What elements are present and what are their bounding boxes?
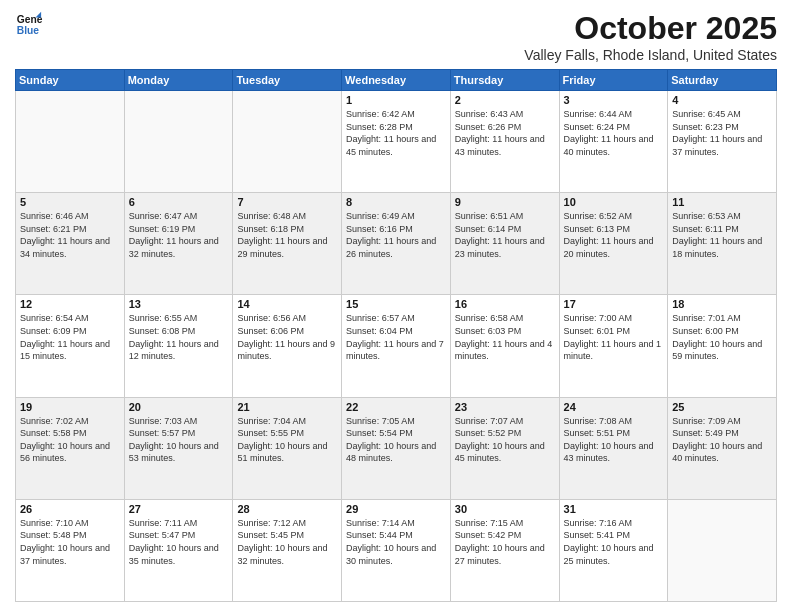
day-number: 25 bbox=[672, 401, 772, 413]
day-number: 4 bbox=[672, 94, 772, 106]
table-row: 31Sunrise: 7:16 AMSunset: 5:41 PMDayligh… bbox=[559, 499, 668, 601]
day-number: 29 bbox=[346, 503, 446, 515]
day-number: 13 bbox=[129, 298, 229, 310]
table-row: 11Sunrise: 6:53 AMSunset: 6:11 PMDayligh… bbox=[668, 193, 777, 295]
day-info: Sunrise: 6:45 AMSunset: 6:23 PMDaylight:… bbox=[672, 108, 772, 158]
day-number: 30 bbox=[455, 503, 555, 515]
col-wednesday: Wednesday bbox=[342, 70, 451, 91]
day-info: Sunrise: 6:57 AMSunset: 6:04 PMDaylight:… bbox=[346, 312, 446, 362]
day-info: Sunrise: 7:09 AMSunset: 5:49 PMDaylight:… bbox=[672, 415, 772, 465]
day-info: Sunrise: 7:07 AMSunset: 5:52 PMDaylight:… bbox=[455, 415, 555, 465]
day-info: Sunrise: 7:11 AMSunset: 5:47 PMDaylight:… bbox=[129, 517, 229, 567]
table-row bbox=[233, 91, 342, 193]
day-info: Sunrise: 6:51 AMSunset: 6:14 PMDaylight:… bbox=[455, 210, 555, 260]
table-row: 22Sunrise: 7:05 AMSunset: 5:54 PMDayligh… bbox=[342, 397, 451, 499]
day-number: 28 bbox=[237, 503, 337, 515]
calendar-week-row: 26Sunrise: 7:10 AMSunset: 5:48 PMDayligh… bbox=[16, 499, 777, 601]
table-row bbox=[16, 91, 125, 193]
calendar-header-row: Sunday Monday Tuesday Wednesday Thursday… bbox=[16, 70, 777, 91]
day-info: Sunrise: 7:04 AMSunset: 5:55 PMDaylight:… bbox=[237, 415, 337, 465]
col-friday: Friday bbox=[559, 70, 668, 91]
day-number: 10 bbox=[564, 196, 664, 208]
table-row: 23Sunrise: 7:07 AMSunset: 5:52 PMDayligh… bbox=[450, 397, 559, 499]
col-sunday: Sunday bbox=[16, 70, 125, 91]
col-saturday: Saturday bbox=[668, 70, 777, 91]
table-row: 10Sunrise: 6:52 AMSunset: 6:13 PMDayligh… bbox=[559, 193, 668, 295]
day-number: 3 bbox=[564, 94, 664, 106]
logo: General Blue bbox=[15, 10, 43, 38]
col-thursday: Thursday bbox=[450, 70, 559, 91]
day-number: 24 bbox=[564, 401, 664, 413]
day-info: Sunrise: 6:49 AMSunset: 6:16 PMDaylight:… bbox=[346, 210, 446, 260]
table-row: 29Sunrise: 7:14 AMSunset: 5:44 PMDayligh… bbox=[342, 499, 451, 601]
day-number: 23 bbox=[455, 401, 555, 413]
table-row: 27Sunrise: 7:11 AMSunset: 5:47 PMDayligh… bbox=[124, 499, 233, 601]
day-number: 26 bbox=[20, 503, 120, 515]
table-row: 5Sunrise: 6:46 AMSunset: 6:21 PMDaylight… bbox=[16, 193, 125, 295]
day-info: Sunrise: 6:56 AMSunset: 6:06 PMDaylight:… bbox=[237, 312, 337, 362]
day-info: Sunrise: 6:52 AMSunset: 6:13 PMDaylight:… bbox=[564, 210, 664, 260]
table-row: 12Sunrise: 6:54 AMSunset: 6:09 PMDayligh… bbox=[16, 295, 125, 397]
day-number: 14 bbox=[237, 298, 337, 310]
day-info: Sunrise: 7:00 AMSunset: 6:01 PMDaylight:… bbox=[564, 312, 664, 362]
table-row: 25Sunrise: 7:09 AMSunset: 5:49 PMDayligh… bbox=[668, 397, 777, 499]
day-number: 8 bbox=[346, 196, 446, 208]
table-row: 13Sunrise: 6:55 AMSunset: 6:08 PMDayligh… bbox=[124, 295, 233, 397]
calendar-week-row: 1Sunrise: 6:42 AMSunset: 6:28 PMDaylight… bbox=[16, 91, 777, 193]
day-number: 11 bbox=[672, 196, 772, 208]
day-number: 22 bbox=[346, 401, 446, 413]
day-info: Sunrise: 7:12 AMSunset: 5:45 PMDaylight:… bbox=[237, 517, 337, 567]
page: General Blue October 2025 Valley Falls, … bbox=[0, 0, 792, 612]
day-number: 18 bbox=[672, 298, 772, 310]
day-info: Sunrise: 7:08 AMSunset: 5:51 PMDaylight:… bbox=[564, 415, 664, 465]
day-info: Sunrise: 6:58 AMSunset: 6:03 PMDaylight:… bbox=[455, 312, 555, 362]
day-number: 9 bbox=[455, 196, 555, 208]
location: Valley Falls, Rhode Island, United State… bbox=[524, 47, 777, 63]
day-info: Sunrise: 6:53 AMSunset: 6:11 PMDaylight:… bbox=[672, 210, 772, 260]
table-row: 9Sunrise: 6:51 AMSunset: 6:14 PMDaylight… bbox=[450, 193, 559, 295]
svg-text:Blue: Blue bbox=[17, 25, 40, 36]
day-number: 20 bbox=[129, 401, 229, 413]
day-number: 7 bbox=[237, 196, 337, 208]
table-row bbox=[124, 91, 233, 193]
table-row: 24Sunrise: 7:08 AMSunset: 5:51 PMDayligh… bbox=[559, 397, 668, 499]
table-row: 26Sunrise: 7:10 AMSunset: 5:48 PMDayligh… bbox=[16, 499, 125, 601]
table-row: 3Sunrise: 6:44 AMSunset: 6:24 PMDaylight… bbox=[559, 91, 668, 193]
day-info: Sunrise: 7:10 AMSunset: 5:48 PMDaylight:… bbox=[20, 517, 120, 567]
table-row: 17Sunrise: 7:00 AMSunset: 6:01 PMDayligh… bbox=[559, 295, 668, 397]
table-row bbox=[668, 499, 777, 601]
day-number: 16 bbox=[455, 298, 555, 310]
table-row: 16Sunrise: 6:58 AMSunset: 6:03 PMDayligh… bbox=[450, 295, 559, 397]
table-row: 7Sunrise: 6:48 AMSunset: 6:18 PMDaylight… bbox=[233, 193, 342, 295]
table-row: 15Sunrise: 6:57 AMSunset: 6:04 PMDayligh… bbox=[342, 295, 451, 397]
header: General Blue October 2025 Valley Falls, … bbox=[15, 10, 777, 63]
col-monday: Monday bbox=[124, 70, 233, 91]
month-title: October 2025 bbox=[524, 10, 777, 47]
day-number: 27 bbox=[129, 503, 229, 515]
table-row: 6Sunrise: 6:47 AMSunset: 6:19 PMDaylight… bbox=[124, 193, 233, 295]
day-info: Sunrise: 7:05 AMSunset: 5:54 PMDaylight:… bbox=[346, 415, 446, 465]
table-row: 2Sunrise: 6:43 AMSunset: 6:26 PMDaylight… bbox=[450, 91, 559, 193]
day-info: Sunrise: 7:14 AMSunset: 5:44 PMDaylight:… bbox=[346, 517, 446, 567]
logo-icon: General Blue bbox=[15, 10, 43, 38]
day-info: Sunrise: 7:01 AMSunset: 6:00 PMDaylight:… bbox=[672, 312, 772, 362]
day-number: 1 bbox=[346, 94, 446, 106]
day-info: Sunrise: 6:46 AMSunset: 6:21 PMDaylight:… bbox=[20, 210, 120, 260]
day-info: Sunrise: 6:44 AMSunset: 6:24 PMDaylight:… bbox=[564, 108, 664, 158]
table-row: 1Sunrise: 6:42 AMSunset: 6:28 PMDaylight… bbox=[342, 91, 451, 193]
table-row: 19Sunrise: 7:02 AMSunset: 5:58 PMDayligh… bbox=[16, 397, 125, 499]
table-row: 14Sunrise: 6:56 AMSunset: 6:06 PMDayligh… bbox=[233, 295, 342, 397]
table-row: 18Sunrise: 7:01 AMSunset: 6:00 PMDayligh… bbox=[668, 295, 777, 397]
day-info: Sunrise: 7:03 AMSunset: 5:57 PMDaylight:… bbox=[129, 415, 229, 465]
day-info: Sunrise: 6:54 AMSunset: 6:09 PMDaylight:… bbox=[20, 312, 120, 362]
title-block: October 2025 Valley Falls, Rhode Island,… bbox=[524, 10, 777, 63]
day-info: Sunrise: 7:16 AMSunset: 5:41 PMDaylight:… bbox=[564, 517, 664, 567]
day-info: Sunrise: 6:48 AMSunset: 6:18 PMDaylight:… bbox=[237, 210, 337, 260]
table-row: 28Sunrise: 7:12 AMSunset: 5:45 PMDayligh… bbox=[233, 499, 342, 601]
day-info: Sunrise: 6:47 AMSunset: 6:19 PMDaylight:… bbox=[129, 210, 229, 260]
day-number: 21 bbox=[237, 401, 337, 413]
table-row: 21Sunrise: 7:04 AMSunset: 5:55 PMDayligh… bbox=[233, 397, 342, 499]
day-info: Sunrise: 7:02 AMSunset: 5:58 PMDaylight:… bbox=[20, 415, 120, 465]
day-info: Sunrise: 6:43 AMSunset: 6:26 PMDaylight:… bbox=[455, 108, 555, 158]
day-info: Sunrise: 6:42 AMSunset: 6:28 PMDaylight:… bbox=[346, 108, 446, 158]
